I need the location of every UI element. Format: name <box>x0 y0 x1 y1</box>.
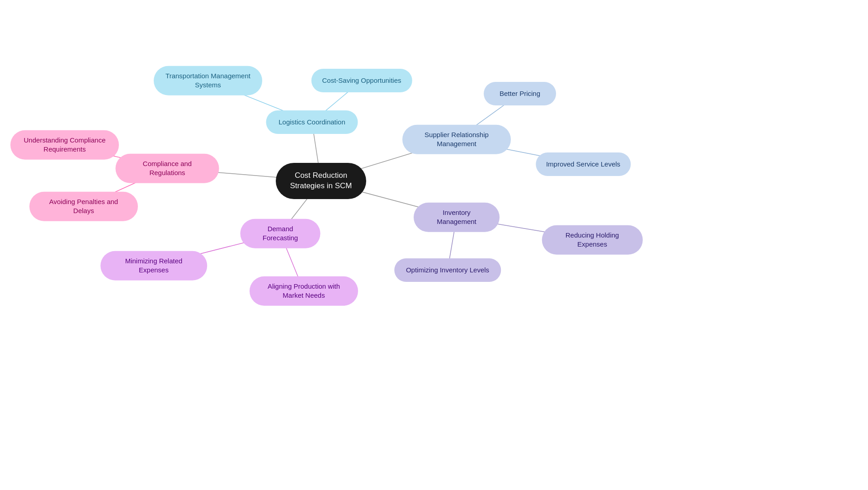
node-bp: Better Pricing <box>484 82 556 105</box>
node-inventory: Inventory Management <box>414 203 500 232</box>
node-tms: Transportation Management Systems <box>154 66 262 95</box>
node-cso: Cost-Saving Opportunities <box>311 69 412 92</box>
node-supplier: Supplier Relationship Management <box>402 125 511 154</box>
node-demand: Demand Forecasting <box>241 219 321 248</box>
connections-svg <box>0 0 868 490</box>
node-rhe: Reducing Holding Expenses <box>542 225 643 255</box>
node-apd: Avoiding Penalties and Delays <box>29 192 138 221</box>
node-apmn: Aligning Production with Market Needs <box>250 276 358 306</box>
node-center: Cost Reduction Strategies in SCM <box>276 163 366 199</box>
node-logistics: Logistics Coordination <box>266 110 358 134</box>
node-mre: Minimizing Related Expenses <box>100 251 207 281</box>
node-compliance: Compliance and Regulations <box>116 154 219 183</box>
node-oil: Optimizing Inventory Levels <box>394 258 501 282</box>
node-ucr: Understanding Compliance Requirements <box>10 130 119 160</box>
node-isl: Improved Service Levels <box>536 152 631 176</box>
mindmap-container: Cost Reduction Strategies in SCMLogistic… <box>0 0 868 490</box>
